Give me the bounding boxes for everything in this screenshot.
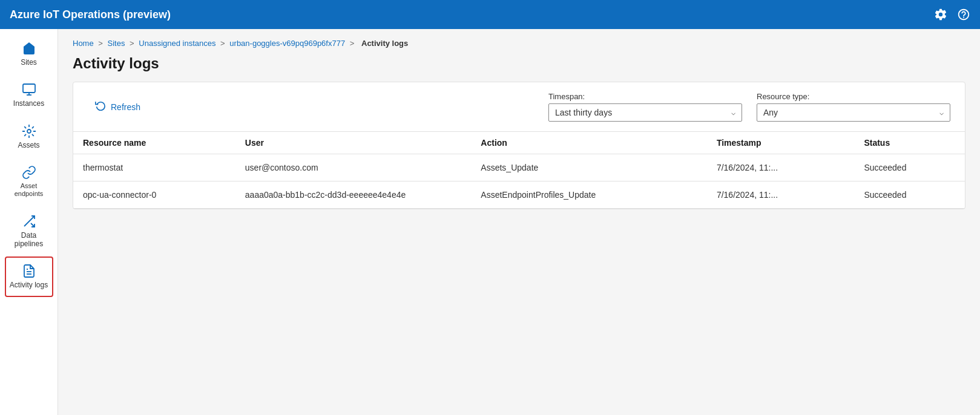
col-header-action: Action [471,132,707,154]
cell-user-1: aaaa0a0a-bb1b-cc2c-dd3d-eeeeee4e4e4e [235,181,472,209]
sidebar-item-activity-logs-label: Activity logs [10,281,48,289]
breadcrumb-unassigned-instances[interactable]: Unassigned instances [139,39,215,48]
sidebar-item-asset-endpoints[interactable]: Asset endpoints [5,158,53,205]
toolbar-right: Timespan: Last thirty days ⌵ Resource ty… [548,92,950,122]
activity-logs-table: Resource name User Action Timestamp Stat… [73,131,965,209]
breadcrumb-instance[interactable]: urban-goggles-v69pq969p6fx777 [229,39,345,48]
cell-resource-name-0: thermostat [73,154,235,181]
resource-type-value: Any [763,108,778,117]
resource-type-select[interactable]: Any ⌵ [757,103,950,122]
svg-point-3 [27,129,31,133]
cell-action-0: Assets_Update [471,154,707,181]
help-icon[interactable] [957,8,970,21]
sidebar-item-instances-label: Instances [13,99,44,108]
activity-logs-icon [22,264,36,278]
breadcrumb-sites[interactable]: Sites [108,39,125,48]
cell-resource-name-1: opc-ua-connector-0 [73,181,235,209]
sidebar-item-assets[interactable]: Assets [5,117,53,157]
sidebar-item-assets-label: Assets [18,141,39,149]
resource-type-chevron-icon: ⌵ [939,108,944,117]
cell-timestamp-0: 7/16/2024, 11:... [707,154,854,181]
cell-status-0: Succeeded [854,154,965,181]
cell-user-0: user@contoso.com [235,154,472,181]
toolbar: Refresh Timespan: Last thirty days ⌵ Res… [88,92,950,122]
col-header-user: User [235,132,472,154]
timespan-chevron-icon: ⌵ [731,108,735,117]
page-title: Activity logs [73,55,965,72]
table-header-row: Resource name User Action Timestamp Stat… [73,132,965,154]
timespan-filter-group: Timespan: Last thirty days ⌵ [548,92,742,122]
sidebar-item-data-pipelines-label: Data pipelines [8,231,50,249]
timespan-label: Timespan: [548,92,742,101]
sidebar-item-data-pipelines[interactable]: Data pipelines [5,207,53,256]
data-pipelines-icon [22,214,36,229]
cell-status-1: Succeeded [854,181,965,209]
main-layout: Sites Instances Assets Asset endpoints D [0,29,980,415]
timespan-value: Last thirty days [555,108,612,117]
asset-endpoints-icon [22,165,36,180]
settings-icon[interactable] [934,8,947,21]
breadcrumb: Home > Sites > Unassigned instances > ur… [73,39,965,48]
breadcrumb-current: Activity logs [361,39,408,48]
cell-timestamp-1: 7/16/2024, 11:... [707,181,854,209]
sidebar-item-sites[interactable]: Sites [5,34,53,74]
refresh-icon [95,100,106,114]
instances-icon [22,82,36,97]
sidebar: Sites Instances Assets Asset endpoints D [0,29,58,415]
assets-icon [22,124,36,139]
col-header-status: Status [854,132,965,154]
svg-rect-0 [23,84,35,93]
resource-type-label: Resource type: [757,92,950,101]
cell-action-1: AssetEndpointProfiles_Update [471,181,707,209]
refresh-label: Refresh [111,102,140,112]
topbar: Azure IoT Operations (preview) [0,0,980,29]
sidebar-item-asset-endpoints-label: Asset endpoints [8,182,50,198]
col-header-resource-name: Resource name [73,132,235,154]
sites-icon [22,41,36,56]
table-row[interactable]: opc-ua-connector-0 aaaa0a0a-bb1b-cc2c-dd… [73,181,965,209]
refresh-button[interactable]: Refresh [88,96,148,117]
content-area: Home > Sites > Unassigned instances > ur… [58,29,980,415]
topbar-icons [934,8,970,21]
main-card: Refresh Timespan: Last thirty days ⌵ Res… [73,82,965,209]
toolbar-left: Refresh [88,96,148,117]
resource-type-filter-group: Resource type: Any ⌵ [757,92,950,122]
timespan-select[interactable]: Last thirty days ⌵ [548,103,742,122]
col-header-timestamp: Timestamp [707,132,854,154]
sidebar-item-sites-label: Sites [21,58,37,67]
breadcrumb-home[interactable]: Home [73,39,94,48]
sidebar-item-instances[interactable]: Instances [5,75,53,115]
table-row[interactable]: thermostat user@contoso.com Assets_Updat… [73,154,965,181]
sidebar-item-activity-logs[interactable]: Activity logs [5,257,53,296]
app-title: Azure IoT Operations (preview) [10,8,171,21]
